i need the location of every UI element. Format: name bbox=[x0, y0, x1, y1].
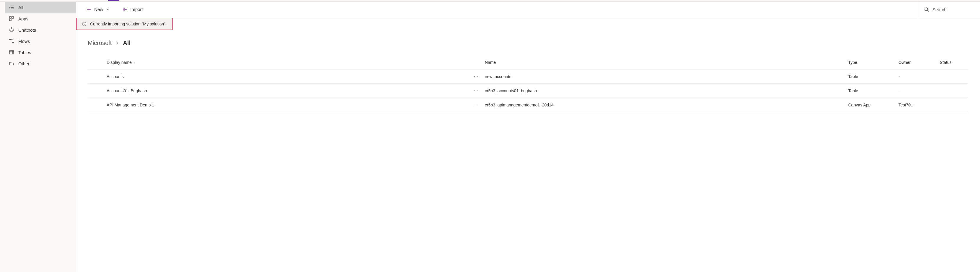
cell-name: cr5b3_accounts01_bugbash bbox=[484, 85, 847, 97]
solution-table: Display name ↑ Name Type Owner Status Ac… bbox=[88, 55, 968, 112]
import-notification: Currently importing solution "My solutio… bbox=[76, 18, 173, 30]
svg-rect-9 bbox=[10, 29, 13, 31]
cell-name: new_accounts bbox=[484, 70, 847, 83]
sidebar-item-chatbots[interactable]: Chatbots bbox=[5, 24, 76, 35]
cell-type: Table bbox=[847, 70, 897, 83]
table-row[interactable]: API Management Demo 1···cr5b3_apimanagem… bbox=[88, 98, 968, 112]
list-icon bbox=[9, 5, 14, 10]
nav-rail bbox=[0, 2, 5, 272]
cell-owner: Test70… bbox=[897, 99, 939, 111]
sidebar-item-label: Apps bbox=[18, 16, 29, 21]
breadcrumb-root[interactable]: Microsoft bbox=[88, 40, 112, 46]
col-name[interactable]: Name bbox=[484, 57, 847, 68]
row-menu-icon[interactable]: ··· bbox=[469, 85, 484, 97]
table-header-row: Display name ↑ Name Type Owner Status bbox=[88, 55, 968, 69]
cell-owner: - bbox=[897, 70, 939, 83]
import-button[interactable]: Import bbox=[119, 5, 146, 14]
import-icon bbox=[123, 7, 127, 12]
cell-type: Table bbox=[847, 85, 897, 97]
sidebar-item-label: Other bbox=[18, 61, 30, 66]
app-root: All Apps Chatbots Flows Tables bbox=[0, 2, 980, 272]
sidebar-item-tables[interactable]: Tables bbox=[5, 47, 76, 58]
search-input[interactable] bbox=[932, 7, 974, 12]
sidebar-item-label: All bbox=[18, 5, 23, 10]
notification-text: Currently importing solution "My solutio… bbox=[90, 22, 167, 26]
cell-display-name: Accounts bbox=[105, 70, 469, 83]
info-icon bbox=[82, 22, 87, 26]
sidebar-item-label: Chatbots bbox=[18, 27, 36, 32]
sidebar-item-other[interactable]: Other bbox=[5, 58, 76, 69]
apps-icon bbox=[9, 16, 14, 21]
svg-point-15 bbox=[13, 42, 14, 43]
side-nav: All Apps Chatbots Flows Tables bbox=[5, 2, 76, 272]
svg-rect-6 bbox=[10, 16, 11, 18]
search-icon bbox=[924, 7, 929, 12]
svg-point-12 bbox=[11, 30, 11, 30]
sort-asc-icon: ↑ bbox=[134, 61, 135, 64]
breadcrumb-current: All bbox=[123, 40, 130, 46]
table-row[interactable]: Accounts···new_accountsTable- bbox=[88, 69, 968, 84]
content-area: Microsoft All Display name ↑ Name Type O… bbox=[76, 30, 980, 272]
cell-display-name: API Management Demo 1 bbox=[105, 99, 469, 111]
cell-name: cr5b3_apimanagementdemo1_20d14 bbox=[484, 99, 847, 111]
new-button-label: New bbox=[94, 7, 103, 12]
sidebar-item-all[interactable]: All bbox=[5, 2, 76, 13]
col-status[interactable]: Status bbox=[939, 57, 968, 68]
sidebar-item-label: Flows bbox=[18, 39, 30, 44]
import-button-label: Import bbox=[130, 7, 143, 12]
cell-status bbox=[939, 101, 968, 109]
svg-line-26 bbox=[928, 10, 929, 11]
col-owner[interactable]: Owner bbox=[897, 57, 939, 68]
svg-point-13 bbox=[12, 30, 13, 30]
sidebar-item-label: Tables bbox=[18, 50, 31, 55]
svg-point-14 bbox=[10, 39, 11, 40]
sidebar-item-flows[interactable]: Flows bbox=[5, 35, 76, 47]
sidebar-item-apps[interactable]: Apps bbox=[5, 13, 76, 24]
bot-icon bbox=[9, 27, 14, 32]
cell-status bbox=[939, 73, 968, 80]
row-menu-icon[interactable]: ··· bbox=[469, 70, 484, 83]
chevron-down-icon bbox=[106, 7, 110, 12]
main-panel: New Import bbox=[76, 2, 980, 272]
cell-display-name: Accounts01_Bugbash bbox=[105, 85, 469, 97]
cell-owner: - bbox=[897, 85, 939, 97]
svg-rect-8 bbox=[10, 19, 11, 21]
cell-type: Canvas App bbox=[847, 99, 897, 111]
svg-point-25 bbox=[925, 8, 928, 11]
col-type[interactable]: Type bbox=[847, 57, 897, 68]
chevron-right-icon bbox=[116, 40, 119, 46]
row-menu-icon[interactable]: ··· bbox=[469, 99, 484, 111]
col-display-name[interactable]: Display name ↑ bbox=[105, 57, 469, 68]
cell-status bbox=[939, 87, 968, 94]
breadcrumb: Microsoft All bbox=[88, 40, 968, 46]
svg-rect-7 bbox=[12, 16, 14, 18]
new-button[interactable]: New bbox=[83, 5, 113, 14]
search-box[interactable] bbox=[918, 2, 980, 17]
plus-icon bbox=[87, 7, 91, 12]
folder-icon bbox=[9, 61, 14, 66]
flow-icon bbox=[9, 38, 14, 44]
command-bar: New Import bbox=[76, 2, 980, 17]
table-row[interactable]: Accounts01_Bugbash···cr5b3_accounts01_bu… bbox=[88, 84, 968, 98]
table-icon bbox=[9, 50, 14, 55]
svg-rect-16 bbox=[10, 51, 14, 54]
